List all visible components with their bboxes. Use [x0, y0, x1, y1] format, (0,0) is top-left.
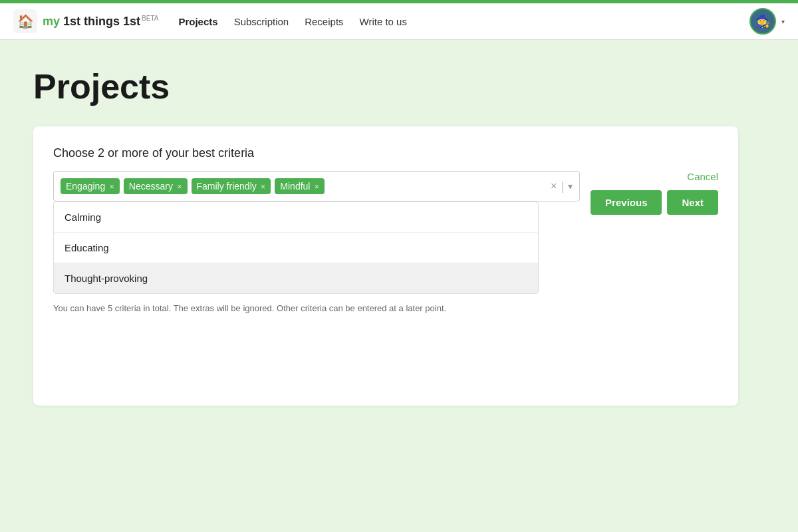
avatar-icon: 🧙 [755, 14, 770, 29]
criteria-card: Choose 2 or more of your best criteria E… [33, 126, 738, 406]
tag-family-friendly-label: Family friendly [197, 181, 257, 192]
logo-area: 🏠 my 1st things 1stBETA [13, 9, 158, 33]
logo-my: my [43, 15, 60, 28]
tag-necessary-label: Necessary [129, 181, 173, 192]
dropdown-item-educating[interactable]: Educating [54, 233, 538, 263]
tag-family-friendly: Family friendly × [192, 178, 271, 194]
tag-necessary: Necessary × [124, 178, 188, 194]
main-content: Projects Choose 2 or more of your best c… [0, 40, 798, 432]
criteria-label: Choose 2 or more of your best criteria [53, 146, 718, 160]
tags-input-controls: × | ▾ [551, 180, 573, 194]
next-button[interactable]: Next [667, 190, 718, 215]
tags-input[interactable]: Engaging × Necessary × Family friendly ×… [53, 171, 580, 201]
nav-subscription[interactable]: Subscription [234, 16, 289, 27]
logo-icon: 🏠 [13, 9, 37, 33]
actions-panel: Cancel Previous Next [591, 171, 718, 215]
header-right: 🧙 ▾ [749, 8, 785, 35]
logo-beta: BETA [142, 15, 158, 22]
dropdown-toggle-icon[interactable]: ▾ [568, 181, 573, 192]
tag-mindful: Mindful × [275, 178, 325, 194]
tag-mindful-label: Mindful [280, 181, 310, 192]
page-title: Projects [33, 66, 765, 106]
previous-button[interactable]: Previous [591, 190, 662, 215]
nav-write-to-us[interactable]: Write to us [360, 16, 407, 27]
dropdown-item-calming[interactable]: Calming [54, 202, 538, 233]
avatar[interactable]: 🧙 [749, 8, 776, 35]
nav-projects[interactable]: Projects [178, 16, 217, 27]
header: 🏠 my 1st things 1stBETA Projects Subscri… [0, 3, 798, 40]
cancel-button[interactable]: Cancel [687, 171, 718, 182]
avatar-chevron-icon[interactable]: ▾ [781, 18, 785, 25]
dropdown-list: Calming Educating Thought-provoking [53, 201, 539, 294]
tag-necessary-remove[interactable]: × [177, 182, 182, 191]
helper-text: You can have 5 criteria in total. The ex… [53, 303, 580, 313]
tag-family-friendly-remove[interactable]: × [261, 182, 266, 191]
nav-buttons: Previous Next [591, 190, 718, 215]
tag-engaging-remove[interactable]: × [109, 182, 114, 191]
nav-receipts[interactable]: Receipts [305, 16, 343, 27]
clear-tags-button[interactable]: × [551, 180, 557, 192]
criteria-selector: Engaging × Necessary × Family friendly ×… [53, 171, 718, 313]
dropdown-item-thought-provoking[interactable]: Thought-provoking [54, 263, 538, 293]
logo-text: my 1st things 1stBETA [43, 15, 158, 29]
tag-engaging-label: Engaging [66, 181, 105, 192]
tag-mindful-remove[interactable]: × [314, 182, 319, 191]
tag-engaging: Engaging × [61, 178, 120, 194]
main-nav: Projects Subscription Receipts Write to … [178, 16, 749, 27]
logo-rest: 1st things 1st [60, 15, 140, 28]
input-separator: | [561, 180, 564, 194]
